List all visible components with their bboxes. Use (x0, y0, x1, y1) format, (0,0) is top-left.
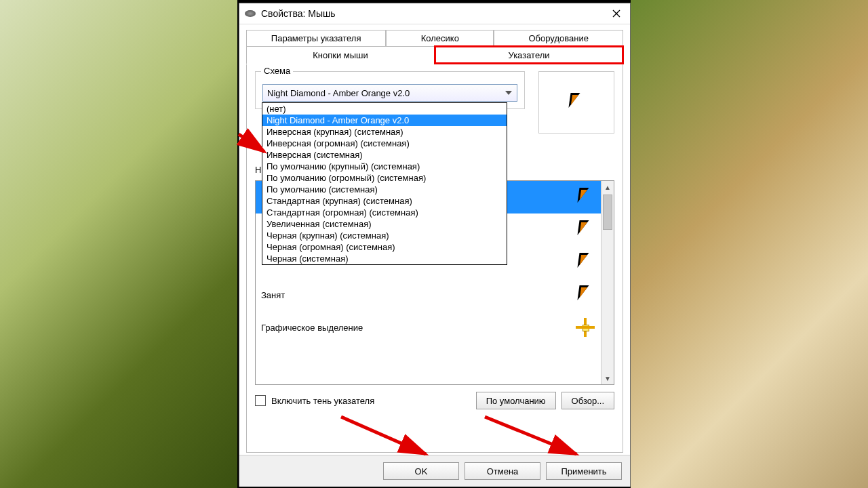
scroll-up-icon[interactable]: ▲ (601, 181, 614, 193)
tab-pointers[interactable]: Указатели (435, 46, 623, 64)
precision-icon (576, 318, 595, 337)
dialog-footer: OK Отмена Применить (239, 455, 630, 487)
scheme-option[interactable]: Инверсная (системная) (262, 149, 507, 161)
cursor-list-item[interactable]: Занят (256, 279, 601, 311)
scheme-option[interactable]: Увеличенная (системная) (262, 218, 507, 230)
window-title: Свойства: Мышь (261, 8, 603, 19)
scroll-thumb[interactable] (603, 195, 612, 230)
scroll-down-icon[interactable]: ▼ (601, 372, 614, 384)
scheme-option[interactable]: Черная (огромная) (системная) (262, 241, 507, 253)
scrollbar[interactable]: ▲ ▼ (601, 181, 614, 384)
tab-wheel[interactable]: Колесико (386, 30, 494, 46)
tab-hardware[interactable]: Оборудование (494, 30, 623, 46)
cursor-item-label: Занят (261, 290, 574, 300)
tab-pointer-options[interactable]: Параметры указателя (246, 30, 386, 46)
tab-body-pointers: Схема Night Diamond - Amber Orange v2.0 (246, 64, 623, 453)
cursor-icon (576, 253, 595, 272)
titlebar: Свойства: Мышь (239, 3, 630, 24)
scheme-option[interactable]: Инверсная (крупная) (системная) (262, 126, 507, 138)
scheme-option[interactable]: По умолчанию (крупный) (системная) (262, 161, 507, 172)
tab-strip: Параметры указателя Колесико Оборудовани… (246, 30, 623, 64)
scheme-option[interactable]: Инверсная (огромная) (системная) (262, 138, 507, 149)
cursor-list-item[interactable]: Графическое выделение (256, 311, 601, 344)
pointer-shadow-label: Включить тень указателя (271, 396, 471, 406)
scheme-combobox[interactable]: Night Diamond - Amber Orange v2.0 (262, 84, 517, 102)
chevron-down-icon (503, 87, 514, 98)
cursor-preview (538, 71, 614, 134)
default-button[interactable]: По умолчанию (476, 392, 556, 409)
scheme-dropdown-list[interactable]: (нет)Night Diamond - Amber Orange v2.0Ин… (262, 102, 507, 265)
tab-buttons[interactable]: Кнопки мыши (246, 46, 435, 64)
cancel-button[interactable]: Отмена (465, 462, 540, 480)
scheme-option[interactable]: Черная (крупная) (системная) (262, 230, 507, 241)
scheme-option[interactable]: По умолчанию (огромный) (системная) (262, 172, 507, 184)
scheme-option[interactable]: Night Diamond - Amber Orange v2.0 (262, 115, 507, 126)
pointer-shadow-checkbox[interactable] (255, 395, 266, 406)
mouse-icon (245, 10, 256, 17)
scheme-group-label: Схема (261, 66, 293, 76)
close-button[interactable] (603, 3, 630, 24)
apply-button[interactable]: Применить (546, 462, 622, 480)
scheme-selected-text: Night Diamond - Amber Orange v2.0 (267, 88, 410, 98)
ok-button[interactable]: OK (383, 462, 459, 480)
browse-button[interactable]: Обзор... (561, 392, 614, 409)
cursor-icon (576, 188, 595, 207)
cursor-icon (567, 93, 586, 112)
scheme-option[interactable]: Стандартная (крупная) (системная) (262, 195, 507, 207)
mouse-properties-dialog: Свойства: Мышь Параметры указателя Колес… (239, 3, 631, 487)
scheme-option[interactable]: Черная (системная) (262, 253, 507, 264)
cursor-icon (576, 220, 595, 239)
scheme-option[interactable]: По умолчанию (системная) (262, 184, 507, 195)
scheme-option[interactable]: (нет) (262, 103, 507, 115)
scheme-option[interactable]: Стандартная (огромная) (системная) (262, 207, 507, 218)
cursor-icon (576, 285, 595, 304)
cursor-item-label: Графическое выделение (261, 323, 574, 333)
